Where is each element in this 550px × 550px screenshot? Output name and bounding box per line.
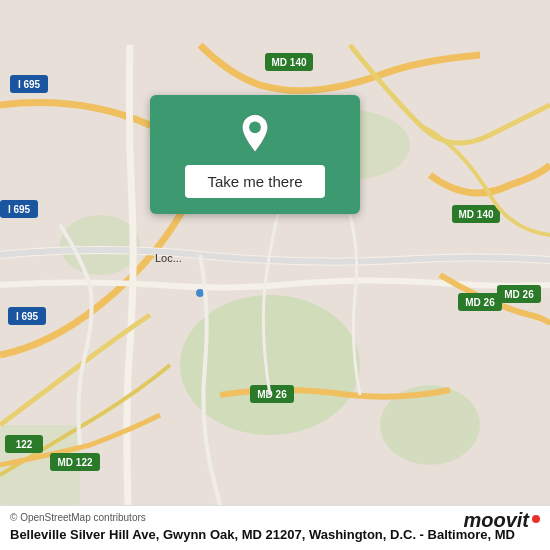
svg-text:MD 26: MD 26 [465, 297, 495, 308]
address-line: Belleville Silver Hill Ave, Gwynn Oak, M… [10, 527, 540, 542]
bottom-bar: © OpenStreetMap contributors Belleville … [0, 505, 550, 550]
svg-point-24 [196, 289, 204, 297]
take-me-there-button[interactable]: Take me there [185, 165, 324, 198]
svg-text:122: 122 [16, 439, 33, 450]
map-svg: I 695 I 695 MD 140 MD 140 MD 26 [0, 0, 550, 550]
svg-text:Loc...: Loc... [155, 252, 182, 264]
svg-text:MD 140: MD 140 [458, 209, 493, 220]
svg-text:MD 140: MD 140 [271, 57, 306, 68]
svg-text:MD 26: MD 26 [504, 289, 534, 300]
map-container: I 695 I 695 MD 140 MD 140 MD 26 [0, 0, 550, 550]
moovit-logo-dot [532, 515, 540, 523]
popup-panel: Take me there [150, 95, 360, 214]
moovit-logo-text: moovit [463, 509, 529, 532]
location-pin-icon [234, 113, 276, 155]
svg-text:MD 122: MD 122 [57, 457, 92, 468]
svg-text:I 695: I 695 [16, 311, 39, 322]
moovit-logo: moovit [463, 509, 540, 532]
svg-text:I 695: I 695 [18, 79, 41, 90]
svg-text:MD 26: MD 26 [257, 389, 287, 400]
svg-point-28 [249, 121, 261, 133]
svg-text:I 695: I 695 [8, 204, 31, 215]
osm-credit: © OpenStreetMap contributors [10, 512, 540, 523]
